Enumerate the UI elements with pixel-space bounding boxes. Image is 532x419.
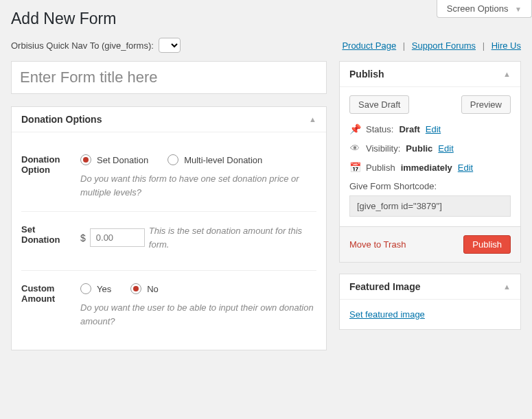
publish-button[interactable]: Publish: [463, 235, 511, 254]
radio-custom-no[interactable]: No: [130, 283, 159, 294]
save-draft-button[interactable]: Save Draft: [349, 95, 409, 114]
shortcode-value[interactable]: [give_form id="3879"]: [349, 195, 511, 217]
preview-button[interactable]: Preview: [461, 95, 511, 114]
hire-us-link[interactable]: Hire Us: [491, 40, 521, 51]
featured-image-panel: Featured Image ▲ Set featured image: [339, 274, 521, 330]
set-featured-image-link[interactable]: Set featured image: [349, 309, 425, 320]
status-value: Draft: [399, 124, 419, 134]
radio-icon: [130, 283, 141, 294]
donation-option-label: Donation Option: [21, 154, 80, 199]
publish-title: Publish: [349, 69, 384, 80]
donation-options-title: Donation Options: [21, 114, 102, 125]
radio-icon: [80, 154, 91, 165]
set-donation-label: Set Donation: [21, 224, 80, 258]
publish-value: immediately: [401, 163, 452, 173]
calendar-icon: 📅: [349, 162, 360, 173]
visibility-value: Public: [406, 143, 432, 154]
radio-icon: [80, 283, 91, 294]
currency-symbol: $: [80, 232, 86, 243]
radio-multi-level[interactable]: Multi-level Donation: [167, 154, 262, 165]
radio-custom-no-label: No: [147, 284, 159, 294]
custom-amount-label: Custom Amount: [21, 283, 80, 328]
radio-multi-level-label: Multi-level Donation: [184, 155, 262, 165]
shortcode-label: Give Form Shortcode:: [349, 181, 511, 191]
publish-label: Publish: [366, 163, 395, 173]
edit-status-link[interactable]: Edit: [426, 124, 441, 134]
form-title-input[interactable]: [11, 61, 327, 94]
panel-toggle-icon[interactable]: ▲: [503, 70, 511, 78]
header-links: Product Page | Support Forums | Hire Us: [342, 40, 521, 51]
screen-options-label: Screen Options: [447, 3, 509, 14]
quicknav-select[interactable]: [159, 38, 181, 53]
chevron-down-icon: ▼: [515, 5, 522, 13]
radio-set-donation-label: Set Donation: [97, 155, 148, 165]
eye-icon: 👁: [349, 143, 360, 154]
visibility-label: Visibility:: [366, 143, 400, 154]
status-label: Status:: [366, 124, 393, 134]
donation-options-panel: Donation Options ▲ Donation Option Set D…: [11, 106, 327, 350]
quicknav-label: Orbisius Quick Nav To (give_forms):: [11, 40, 154, 51]
panel-toggle-icon[interactable]: ▲: [309, 115, 316, 123]
radio-custom-yes[interactable]: Yes: [80, 283, 111, 294]
custom-amount-help: Do you want the user to be able to input…: [80, 301, 316, 328]
set-donation-help: This is the set donation amount for this…: [149, 224, 316, 251]
screen-options-tab[interactable]: Screen Options ▼: [437, 0, 532, 18]
donation-option-help: Do you want this form to have one set do…: [80, 172, 316, 199]
radio-icon: [167, 154, 178, 165]
radio-set-donation[interactable]: Set Donation: [80, 154, 148, 165]
set-donation-amount-input[interactable]: [90, 228, 145, 247]
product-page-link[interactable]: Product Page: [342, 40, 396, 51]
edit-visibility-link[interactable]: Edit: [438, 143, 453, 154]
publish-panel: Publish ▲ Save Draft Preview 📌 Status: D…: [339, 61, 521, 263]
support-forums-link[interactable]: Support Forums: [412, 40, 476, 51]
pin-icon: 📌: [349, 123, 360, 134]
edit-publish-date-link[interactable]: Edit: [458, 163, 473, 173]
panel-toggle-icon[interactable]: ▲: [503, 283, 511, 291]
move-to-trash-link[interactable]: Move to Trash: [349, 239, 406, 250]
radio-custom-yes-label: Yes: [97, 284, 111, 294]
featured-image-title: Featured Image: [349, 281, 420, 292]
